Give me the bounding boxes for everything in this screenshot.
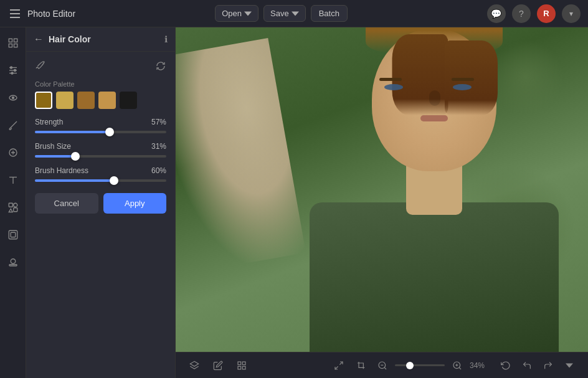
sidebar-icon-adjust[interactable]: [4, 61, 22, 80]
sidebar-icon-brush[interactable]: [4, 116, 22, 135]
brush-hardness-fill: [35, 179, 114, 182]
panel-body: Color Palette Strength 57%: [26, 52, 175, 222]
canvas-image[interactable]: [176, 27, 588, 352]
svg-point-21: [11, 259, 16, 264]
topbar-right: 💬 ? R ▾: [487, 4, 581, 23]
brush-hardness-thumb[interactable]: [110, 176, 118, 185]
avatar[interactable]: R: [537, 4, 556, 23]
brush-size-label: Brush Size: [35, 142, 71, 151]
save-button[interactable]: Save: [263, 5, 306, 22]
svg-rect-18: [13, 208, 17, 212]
brush-size-track[interactable]: [35, 155, 166, 158]
open-button[interactable]: Open: [215, 5, 258, 22]
svg-rect-19: [9, 230, 17, 239]
strength-thumb[interactable]: [105, 128, 114, 136]
svg-rect-24: [238, 362, 241, 365]
svg-rect-25: [242, 362, 245, 365]
brush-tool-button[interactable]: [35, 60, 46, 72]
zoom-in-button[interactable]: [450, 358, 465, 373]
history-button[interactable]: [497, 357, 514, 374]
svg-rect-15: [9, 203, 12, 207]
brush-hardness-track[interactable]: [35, 179, 166, 182]
brush-hardness-label: Brush Hardness: [35, 166, 88, 175]
cancel-button[interactable]: Cancel: [35, 193, 98, 214]
sidebar-icon-stamp[interactable]: [4, 253, 22, 272]
strength-slider-section: Strength 57%: [35, 118, 166, 133]
panel-title: Hair Color: [49, 34, 159, 44]
topbar: Photo Editor Open Save Batch 💬 ? R ▾: [0, 0, 588, 27]
brush-size-fill: [35, 155, 75, 158]
apply-button[interactable]: Apply: [103, 193, 167, 214]
info-button[interactable]: ℹ: [164, 34, 168, 44]
strength-header: Strength 57%: [35, 118, 166, 126]
sidebar-icon-text[interactable]: [4, 171, 22, 189]
svg-point-11: [12, 97, 14, 99]
zoom-slider[interactable]: [395, 364, 445, 366]
swatch-4[interactable]: [120, 92, 137, 109]
swatch-1[interactable]: [56, 92, 74, 109]
save-chevron-icon: [292, 10, 299, 17]
sidebar-icon-frames[interactable]: [4, 225, 22, 244]
color-palette-label: Color Palette: [35, 80, 166, 88]
brush-size-thumb[interactable]: [71, 152, 80, 161]
sidebar-icon-layers[interactable]: [4, 34, 22, 52]
edit-icon[interactable]: [209, 357, 227, 374]
undo-button[interactable]: [518, 357, 536, 374]
sidebar-icon-shapes[interactable]: [4, 198, 22, 217]
history-controls: [497, 357, 578, 374]
layers-icon[interactable]: [186, 357, 203, 374]
brush-hardness-value: 60%: [151, 166, 166, 175]
brush-hardness-header: Brush Hardness 60%: [35, 166, 166, 175]
svg-marker-23: [190, 361, 198, 366]
zoom-thumb[interactable]: [406, 362, 414, 369]
batch-button[interactable]: Batch: [311, 5, 348, 22]
more-icon[interactable]: ▾: [562, 4, 581, 23]
brush-hardness-slider-section: Brush Hardness 60%: [35, 166, 166, 182]
svg-line-31: [384, 367, 386, 369]
topbar-left: Photo Editor: [7, 7, 75, 21]
zoom-out-button[interactable]: [375, 358, 390, 373]
swatch-0[interactable]: [35, 92, 52, 109]
svg-rect-0: [9, 39, 12, 42]
svg-rect-20: [11, 232, 16, 237]
svg-rect-3: [14, 44, 17, 47]
zoom-controls: 34%: [330, 357, 491, 374]
refresh-button[interactable]: [155, 60, 166, 72]
svg-rect-27: [242, 366, 245, 369]
more-history-button[interactable]: [561, 357, 578, 374]
svg-line-29: [335, 366, 338, 369]
bottombar: 34%: [176, 352, 588, 378]
sidebar-icon-effects[interactable]: [4, 143, 22, 162]
svg-rect-1: [14, 39, 17, 42]
help-icon[interactable]: ?: [512, 4, 531, 23]
crop-icon[interactable]: [353, 357, 370, 374]
grid-icon[interactable]: [233, 357, 250, 374]
svg-point-9: [11, 72, 13, 74]
fit-icon[interactable]: [330, 357, 348, 374]
tool-row: [35, 60, 166, 72]
chat-icon[interactable]: 💬: [487, 4, 506, 23]
brush-size-header: Brush Size 31%: [35, 142, 166, 151]
panel-header: ← Hair Color ℹ: [26, 27, 175, 52]
svg-rect-26: [238, 366, 241, 369]
main-content: ← Hair Color ℹ Color Palette: [0, 27, 588, 378]
open-chevron-icon: [244, 10, 252, 17]
swatch-3[interactable]: [98, 92, 116, 109]
strength-fill: [35, 131, 110, 133]
back-button[interactable]: ←: [34, 34, 44, 45]
zoom-value: 34%: [470, 361, 491, 370]
color-swatches: [35, 92, 166, 109]
sidebar-icon-eye[interactable]: [4, 88, 22, 107]
action-buttons: Cancel Apply: [35, 193, 166, 214]
menu-icon[interactable]: [7, 7, 22, 21]
redo-button[interactable]: [539, 357, 557, 374]
swatch-2[interactable]: [77, 92, 95, 109]
svg-point-7: [10, 67, 12, 69]
svg-marker-17: [9, 209, 12, 212]
strength-track[interactable]: [35, 131, 166, 133]
svg-point-16: [13, 203, 17, 207]
brush-size-value: 31%: [151, 142, 166, 151]
canvas-area: 34%: [176, 27, 588, 378]
svg-rect-22: [9, 265, 17, 266]
hair-color-panel: ← Hair Color ℹ Color Palette: [26, 27, 176, 378]
